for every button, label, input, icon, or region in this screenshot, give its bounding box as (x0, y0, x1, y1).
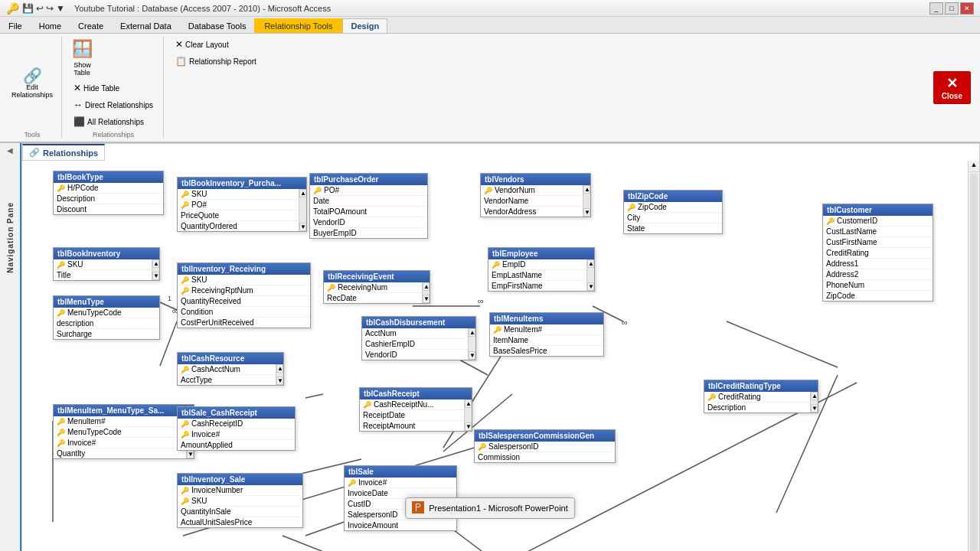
table-tblSale-CashReceipt[interactable]: tblSale_CashReceipt 🔑CashReceiptID 🔑Invo… (177, 406, 296, 451)
powerpoint-popup[interactable]: 🅿 Presentation1 - Microsoft PowerPoint (405, 497, 575, 519)
edit-relationships-btn[interactable]: 🔗 EditRelationships (8, 66, 57, 101)
table-scrollbar[interactable]: ▲ ▼ (299, 189, 306, 231)
table-row: 🔑CreditRating (704, 392, 810, 403)
nav-collapse-btn[interactable]: ◀ (7, 146, 13, 155)
table-scrollbar[interactable]: ▲ ▼ (422, 282, 430, 303)
tab-design[interactable]: Design (342, 18, 387, 33)
scroll-track (587, 268, 594, 282)
table-tblCustomer[interactable]: tblCustomer 🔑CustomerID CustLastName Cus… (822, 204, 933, 302)
close-ribbon-icon: ✕ (942, 75, 962, 92)
direct-relationships-btn[interactable]: ↔ Direct Relationships (68, 97, 158, 112)
clear-layout-btn[interactable]: ✕ Clear Layout (170, 37, 234, 52)
save-qa-btn[interactable]: 💾 (22, 3, 34, 14)
table-tblMenuItems[interactable]: tblMenuItems 🔑MenuItem# ItemName BaseSal… (489, 312, 604, 357)
table-tblEmployee[interactable]: tblEmployee 🔑EmpID EmpLastName EmpFirstN… (488, 247, 595, 292)
scroll-down-btn[interactable]: ▼ (583, 208, 590, 217)
table-scrollbar[interactable]: ▲ ▼ (276, 364, 283, 385)
table-row: 🔑MenuTypeCode (54, 308, 159, 318)
tab-relationship-tools[interactable]: Relationship Tools (254, 18, 342, 33)
table-scrollbar[interactable]: ▲ ▼ (586, 259, 594, 291)
scroll-up-btn[interactable]: ▲ (811, 392, 818, 400)
redo-qa-btn[interactable]: ↪ (46, 3, 54, 14)
maximize-btn[interactable]: □ (945, 2, 959, 15)
ribbon-group-tools: 🔗 EditRelationships Tools (3, 37, 62, 139)
scroll-thumb-v[interactable] (970, 174, 978, 551)
table-header-tblMenultem-MenuType-Sa: tblMenultem_MenuType_Sa... (54, 405, 194, 416)
table-tblZipCode[interactable]: tblZipCode 🔑ZipCode City State (623, 190, 723, 234)
relationships-canvas[interactable]: 🔗 Relationships (21, 143, 980, 551)
table-tblCashReceipt[interactable]: tblCashReceipt 🔑CashReceiptNu... Receipt… (359, 387, 472, 432)
close-btn[interactable]: ✕ (960, 2, 974, 15)
table-tblCashResource[interactable]: tblCashResource 🔑CashAcctNum AcctType ▲ … (177, 352, 284, 386)
scroll-up-main-btn[interactable]: ▲ (969, 161, 979, 172)
table-row: BuyerEmpID (310, 228, 427, 238)
hide-table-btn[interactable]: ✕ Hide Table (68, 80, 125, 96)
table-row: Description (54, 194, 163, 204)
tab-file[interactable]: File (0, 18, 31, 33)
table-tblBookType[interactable]: tblBookType 🔑H/PCode Description Discoun… (53, 171, 164, 215)
scroll-track (299, 197, 306, 223)
tab-database-tools[interactable]: Database Tools (180, 18, 255, 33)
table-tblPurchaseOrder[interactable]: tblPurchaseOrder 🔑PO# Date TotalPOAmount… (309, 173, 428, 239)
table-tblVendors[interactable]: tblVendors 🔑VendorNum VendorName VendorA… (480, 173, 591, 217)
table-header-tblMenuType: tblMenuType (54, 296, 159, 308)
scroll-down-btn[interactable]: ▼ (187, 450, 194, 458)
table-scrollbar[interactable]: ▲ ▼ (468, 328, 475, 360)
table-row: CostPerUnitReceived (178, 318, 310, 328)
table-body-tblBookInventory-Purcha: 🔑SKU 🔑PO# PriceQuote QuantityOrdered ▲ ▼ (178, 189, 306, 231)
more-qa-btn[interactable]: ▼ (56, 3, 65, 14)
scroll-up-btn[interactable]: ▲ (583, 185, 590, 194)
close-ribbon-btn[interactable]: ✕ Close (933, 71, 971, 104)
table-tblSalespersonCommissionGen[interactable]: tblSalespersonCommissionGen 🔑Salesperson… (474, 429, 616, 463)
show-table-btn[interactable]: 🪟 ShowTable (68, 37, 96, 79)
table-scrollbar[interactable]: ▲ ▼ (583, 185, 590, 217)
scroll-down-btn[interactable]: ▼ (299, 223, 306, 231)
table-header-tblCustomer: tblCustomer (823, 204, 933, 216)
undo-qa-btn[interactable]: ↩ (36, 3, 44, 14)
scroll-up-btn[interactable]: ▲ (469, 328, 475, 337)
scroll-up-btn[interactable]: ▲ (276, 364, 283, 373)
scroll-down-btn[interactable]: ▼ (276, 377, 283, 385)
table-header-tblSale: tblSale (345, 466, 456, 478)
scroll-down-btn[interactable]: ▼ (587, 282, 594, 291)
table-tblInventory-Sale[interactable]: tblInventory_Sale 🔑InvoiceNumber 🔑SKU Qu… (177, 473, 303, 528)
table-tblInventory-Receiving[interactable]: tblInventory_Receiving 🔑SKU 🔑ReceivingRp… (177, 262, 311, 328)
table-tblMenultem-MenuType-Sa[interactable]: tblMenultem_MenuType_Sa... 🔑Menultem# 🔑M… (53, 404, 194, 459)
table-row: 🔑CustomerID (823, 216, 933, 227)
table-tblBookInventory-Purcha[interactable]: tblBookInventory_Purcha... 🔑SKU 🔑PO# Pri… (177, 177, 307, 232)
tab-external-data[interactable]: External Data (112, 18, 180, 33)
all-relationships-btn[interactable]: ⬛ All Relationships (68, 114, 149, 129)
relationships-tab-label: Relationships (43, 148, 98, 158)
vertical-scrollbar[interactable]: ▲ ▼ (968, 161, 979, 551)
table-body-tblCashReceipt: 🔑CashReceiptNu... ReceiptDate ReceiptAmo… (360, 399, 472, 431)
scroll-down-btn[interactable]: ▼ (811, 404, 818, 412)
table-row: 🔑Invoice# (345, 478, 456, 488)
table-tblCashDisbursement[interactable]: tblCashDisbursement AcctNum CashierEmpID… (361, 316, 476, 360)
scroll-up-btn[interactable]: ▲ (152, 259, 159, 268)
scroll-down-btn[interactable]: ▼ (465, 422, 472, 431)
minimize-btn[interactable]: _ (929, 2, 943, 15)
table-tblMenuType[interactable]: tblMenuType 🔑MenuTypeCode description Su… (53, 295, 160, 340)
scroll-up-btn[interactable]: ▲ (587, 259, 594, 268)
table-body-tblCreditRatingType: 🔑CreditRating Description ▲ ▼ (704, 392, 818, 412)
table-body-tblBookType: 🔑H/PCode Description Discount (54, 183, 163, 214)
table-scrollbar[interactable]: ▲ ▼ (464, 399, 472, 431)
table-row: 🔑MenuTypeCode (54, 427, 186, 438)
table-tblCreditRatingType[interactable]: tblCreditRatingType 🔑CreditRating Descri… (704, 380, 818, 413)
table-scrollbar[interactable]: ▲ ▼ (152, 259, 159, 280)
scroll-up-btn[interactable]: ▲ (465, 399, 472, 408)
relationships-tab[interactable]: 🔗 Relationships (22, 144, 105, 161)
scroll-down-btn[interactable]: ▼ (152, 272, 159, 280)
hide-table-label: Hide Table (83, 84, 119, 93)
table-scrollbar[interactable]: ▲ ▼ (810, 392, 818, 412)
table-tblBookInventory[interactable]: tblBookInventory 🔑SKU Title ▲ ▼ (53, 247, 160, 281)
relationship-report-btn[interactable]: 📋 Relationship Report (170, 54, 262, 69)
scroll-down-btn[interactable]: ▼ (423, 295, 430, 303)
tab-home[interactable]: Home (31, 18, 70, 33)
tab-create[interactable]: Create (70, 18, 112, 33)
table-tblReceivingEvent[interactable]: tblReceivingEvent 🔑ReceivingNum RecDate … (323, 270, 430, 304)
table-row: EmpLastName (488, 270, 586, 281)
scroll-up-btn[interactable]: ▲ (299, 189, 306, 197)
scroll-down-btn[interactable]: ▼ (469, 351, 475, 360)
scroll-up-btn[interactable]: ▲ (423, 282, 430, 291)
